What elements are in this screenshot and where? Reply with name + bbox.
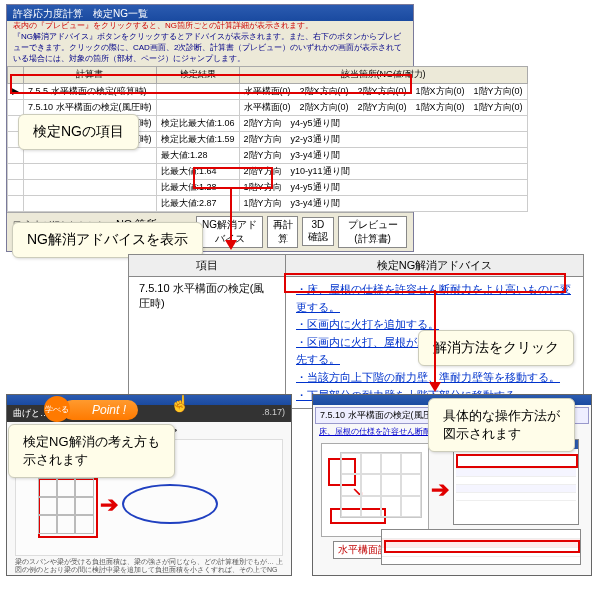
table-row[interactable]: 比最大値:1.642階Y方向 y10-y11通り間 [8,163,528,179]
callout-ng-item: 検定NGの項目 [18,114,139,150]
grid-header: 該当箇所(NG値/耐力) [239,66,527,83]
point-badge: Point ! [62,400,138,420]
preview-button[interactable]: プレビュー(計算書) [338,216,407,248]
thumb-left-note: 梁のスパンや梁が受ける負担面積は、梁の強さが同じなら、どの計算種別でもが… 上図… [7,556,291,576]
grid-header: 検定結果 [156,66,239,83]
table-row[interactable]: 比最大値:1.281階Y方向 y4-y5通り間 [8,179,528,195]
advice-header-advice: 検定NG解消アドバイス [286,255,584,277]
callout-concept: 検定NG解消の考え方も 示されます [8,424,175,478]
grid-header: 計算書 [24,66,157,83]
callout-click-method: 解消方法をクリック [418,330,574,366]
grid-header [8,66,24,83]
arrow-to-advice-table [230,188,232,248]
header-note-1: 表内の『プレビュー』をクリックすると、NG箇所ごとの計算詳細が表示されます。 [7,21,413,31]
header-note-2: 『NG解消アドバイス』ボタンをクリックするとアドバイスが表示されます。また、右下… [7,31,413,66]
callout-illustrated: 具体的な操作方法が 図示されます [428,398,575,452]
table-row[interactable]: 7.5.10 水平構面の検定(風圧時)水平構面(0) 2階X方向(0) 2階Y方… [8,99,528,115]
recalc-button[interactable]: 再計算 [267,216,297,248]
table-row[interactable]: 比最大値:2.871階Y方向 y3-y4通り間 [8,195,528,211]
hand-icon: ☝ [170,394,190,413]
advice-item: 7.5.10 水平構面の検定(風圧時) [129,277,286,409]
arrow-to-detail [434,290,436,390]
thumb-left[interactable]: 曲げと… .8.17) < 1 2 3 4 5 > ➔ 梁のスパンや梁が受ける負… [6,394,292,576]
advice-header-item: 項目 [129,255,286,277]
callout-show-advice: NG解消アドバイスを表示 [12,222,203,258]
view-3d-button[interactable]: 3D確認 [302,217,334,246]
window-title: 許容応力度計算 検定NG一覧 [7,5,413,21]
table-row[interactable]: ▶7.5.5 水平構面の検定(暗算時)水平構面(0) 2階X方向(0) 2階Y方… [8,83,528,99]
